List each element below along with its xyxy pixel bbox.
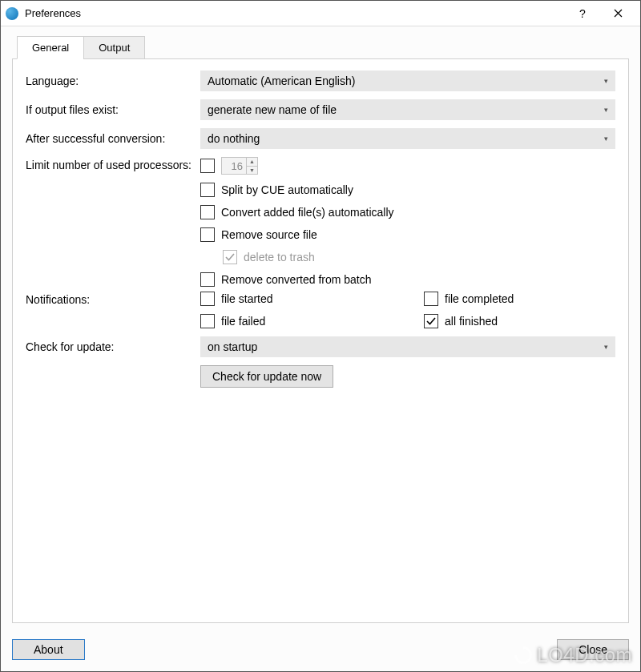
combo-language-value: Automatic (American English) — [208, 74, 355, 87]
tab-panel-general: Language: Automatic (American English) ▾… — [12, 58, 629, 623]
checkbox-remove-converted[interactable]: Remove converted from batch — [200, 272, 615, 287]
tab-output[interactable]: Output — [83, 36, 145, 59]
combo-after-conv[interactable]: do nothing ▾ — [200, 128, 615, 149]
app-icon — [6, 7, 18, 20]
checkbox-icon — [200, 183, 215, 197]
combo-after-conv-value: do nothing — [208, 132, 260, 145]
combo-check-update-value: on startup — [208, 340, 257, 353]
checkbox-remove-source[interactable]: Remove source file — [200, 227, 615, 242]
label-notifications: Notifications: — [26, 292, 200, 306]
spinner-cpu[interactable]: ▲ ▼ — [221, 157, 258, 175]
checkbox-limit-cpu[interactable] — [200, 159, 215, 173]
label-limit-cpu: Limit number of used processors: — [26, 157, 200, 171]
close-icon — [614, 9, 623, 18]
checkbox-icon — [200, 272, 215, 287]
close-button[interactable]: Close — [557, 639, 629, 660]
combo-check-update[interactable]: on startup ▾ — [200, 336, 615, 357]
checkbox-split-cue[interactable]: Split by CUE automatically — [200, 183, 615, 197]
combo-if-exist-value: generate new name of file — [208, 103, 337, 116]
checkbox-icon — [200, 205, 215, 219]
preferences-window: Preferences ? General Output Language: A… — [0, 0, 641, 672]
spinner-up-icon[interactable]: ▲ — [247, 158, 257, 167]
combo-language[interactable]: Automatic (American English) ▾ — [200, 70, 615, 91]
checkbox-convert-auto[interactable]: Convert added file(s) automatically — [200, 205, 615, 219]
tab-strip: General Output — [17, 34, 629, 58]
spinner-cpu-input[interactable] — [222, 158, 246, 174]
spinner-down-icon[interactable]: ▼ — [247, 167, 257, 175]
footer: About Close — [12, 639, 629, 660]
checkbox-icon — [200, 314, 215, 328]
checkbox-icon — [223, 250, 237, 264]
checkbox-icon — [424, 314, 438, 328]
combo-if-exist[interactable]: generate new name of file ▾ — [200, 99, 615, 120]
checkbox-file-completed[interactable]: file completed — [424, 292, 615, 306]
chevron-down-icon: ▾ — [604, 135, 608, 143]
chevron-down-icon: ▾ — [604, 343, 608, 351]
client-area: General Output Language: Automatic (Amer… — [1, 26, 640, 671]
titlebar: Preferences ? — [1, 1, 640, 26]
label-language: Language: — [26, 74, 200, 87]
checkbox-file-failed[interactable]: file failed — [200, 314, 392, 328]
chevron-down-icon: ▾ — [604, 77, 608, 85]
help-button[interactable]: ? — [565, 2, 600, 26]
checkbox-icon — [200, 292, 215, 306]
about-button[interactable]: About — [12, 639, 85, 660]
check-update-now-button[interactable]: Check for update now — [200, 365, 333, 388]
chevron-down-icon: ▾ — [604, 106, 608, 114]
label-check-update: Check for update: — [26, 340, 200, 353]
window-close-button[interactable] — [600, 2, 635, 26]
checkbox-icon — [424, 292, 438, 306]
checkbox-file-started[interactable]: file started — [200, 292, 392, 306]
checkbox-delete-trash: delete to trash — [223, 250, 615, 264]
label-if-exist: If output files exist: — [26, 103, 200, 116]
tab-general[interactable]: General — [17, 36, 84, 59]
window-title: Preferences — [25, 7, 81, 19]
checkbox-icon — [200, 227, 215, 242]
checkbox-all-finished[interactable]: all finished — [424, 314, 615, 328]
label-after-conv: After successful conversion: — [26, 132, 200, 145]
